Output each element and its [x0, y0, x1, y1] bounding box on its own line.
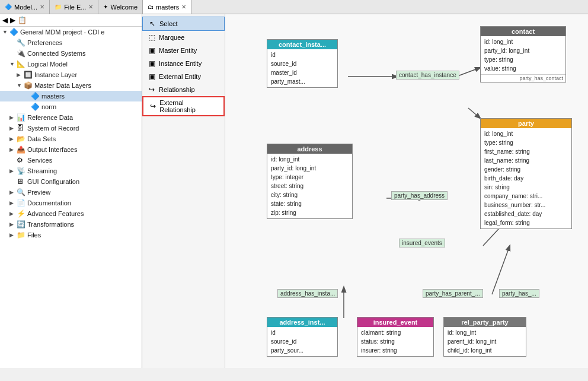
- tree-systemofrecord[interactable]: ▶ 🗄 System of Record: [0, 123, 142, 134]
- tree-files[interactable]: ▶ 📁 Files: [0, 230, 142, 240]
- tree-advanced[interactable]: ▶ ⚡ Advanced Features: [0, 208, 142, 219]
- field-p-type: type: string: [484, 138, 568, 147]
- tree-documentation[interactable]: ▶ 📄 Documentation: [0, 198, 142, 208]
- rel-party-has-2: party_has_...: [499, 289, 539, 298]
- tree-toolbar: ◀ ▶ 📋: [0, 14, 142, 27]
- tree-root-arrow: ▼: [2, 29, 9, 35]
- rel-party-has-parent: party_has_parent_...: [423, 289, 483, 298]
- tree-svc-icon: ⚙: [17, 156, 26, 164]
- tree-mdl-arrow: ▼: [17, 82, 24, 88]
- entity-address-inst-body: id source_id party_sour...: [267, 327, 337, 356]
- back-button[interactable]: ◀: [2, 16, 8, 24]
- tree-instancelayer[interactable]: ▶ 🔲 Instance Layer: [0, 69, 142, 80]
- tree-mdl-label: Master Data Layers: [34, 82, 91, 89]
- field-p-legal: legal_form: string: [484, 218, 568, 227]
- tool-marquee-label: Marquee: [159, 34, 184, 41]
- tree-prev-arrow: ▶: [9, 189, 17, 195]
- entity-insured-event-body: claimant: string status: string insurer:…: [357, 327, 433, 356]
- svg-line-1: [456, 68, 480, 77]
- tab-masters-close[interactable]: ✕: [181, 4, 186, 10]
- tree-transformations[interactable]: ▶ 🔄 Transformations: [0, 219, 142, 230]
- tool-externalentity[interactable]: ▣ External Entity: [142, 70, 225, 83]
- tree-stream-icon: 📡: [17, 167, 26, 175]
- masters-tab-icon: 🗂: [148, 4, 154, 10]
- tree-adv-icon: ⚡: [17, 209, 26, 218]
- tree-streaming[interactable]: ▶ 📡 Streaming: [0, 166, 142, 176]
- tree-masterdatalayers[interactable]: ▼ 📦 Master Data Layers: [0, 80, 142, 91]
- tool-masterentity-label: Master Entity: [159, 47, 197, 54]
- tree-masters[interactable]: 🔷 masters: [0, 91, 142, 101]
- field-a-id: id: long_int: [271, 155, 349, 164]
- tree-sor-arrow: ▶: [9, 125, 17, 131]
- marquee-icon: ⬚: [147, 33, 156, 42]
- field-a-party: party_id: long_int: [271, 164, 349, 173]
- tree-guiconfig[interactable]: 🖥 GUI Configuration: [0, 176, 142, 187]
- forward-button[interactable]: ▶: [10, 16, 15, 24]
- tree-logical[interactable]: ▼ 📐 Logical Model: [0, 59, 142, 69]
- field-c-type: type: string: [484, 55, 562, 64]
- field-a-zip: zip: string: [271, 208, 349, 217]
- entity-contact-insta[interactable]: contact_insta... id source_id master_id …: [267, 39, 338, 88]
- tab-masters[interactable]: 🗂 masters ✕: [143, 0, 191, 14]
- tool-masterentity[interactable]: ▣ Master Entity: [142, 44, 225, 57]
- tree-preferences[interactable]: 🔧 Preferences: [0, 37, 142, 48]
- tree-root-label: General MDM project - CDI e: [20, 28, 104, 36]
- tool-select[interactable]: ↖ Select: [142, 17, 225, 31]
- tool-instanceentity[interactable]: ▣ Instance Entity: [142, 57, 225, 70]
- tree-il-arrow: ▶: [17, 72, 24, 78]
- copy-button[interactable]: 📋: [18, 16, 27, 24]
- tree-norm[interactable]: 🔷 norm: [0, 101, 142, 112]
- tab-model-label: Model...: [14, 4, 37, 11]
- entity-contact-insta-body: id source_id master_id party_mast...: [267, 49, 337, 87]
- tree-outputinterfaces[interactable]: ▶ 📤 Output Interfaces: [0, 144, 142, 155]
- tree-gui-label: GUI Configuration: [27, 178, 79, 185]
- tree-sor-icon: 🗄: [17, 124, 26, 132]
- entity-party[interactable]: party id: long_int type: string first_na…: [480, 118, 572, 229]
- entity-insured-event[interactable]: insured_event claimant: string status: s…: [357, 317, 434, 357]
- masterentity-icon: ▣: [147, 46, 156, 55]
- tree-masters-icon: 🔷: [31, 92, 40, 100]
- tab-model-close[interactable]: ✕: [40, 4, 44, 10]
- tree-svc-label: Services: [27, 157, 52, 164]
- tree-rd-label: Reference Data: [27, 114, 73, 121]
- entity-address-inst[interactable]: address_inst... id source_id party_sour.…: [267, 317, 338, 357]
- canvas-area[interactable]: contact_insta... id source_id master_id …: [225, 14, 588, 368]
- tree-connected-icon: 🔌: [17, 49, 26, 58]
- tool-externalrelationship[interactable]: ↪ External Relationship: [142, 96, 225, 116]
- tab-fileexp[interactable]: 📁 File E... ✕: [50, 0, 98, 14]
- field-ci-party: party_mast...: [271, 77, 334, 86]
- tree-root-icon: 🔷: [9, 28, 19, 36]
- tree-oi-arrow: ▶: [9, 147, 17, 153]
- tree-connected[interactable]: 🔌 Connected Systems: [0, 48, 142, 59]
- entity-address-inst-header: address_inst...: [267, 318, 337, 327]
- tree-preview[interactable]: ▶ 🔍 Preview: [0, 187, 142, 198]
- tree-refdata[interactable]: ▶ 📊 Reference Data: [0, 112, 142, 123]
- tree-trans-arrow: ▶: [9, 221, 17, 227]
- tree-services[interactable]: ⚙ Services: [0, 155, 142, 166]
- tree-il-label: Instance Layer: [34, 71, 77, 78]
- main-layout: ◀ ▶ 📋 ▼ 🔷 General MDM project - CDI e 🔧 …: [0, 14, 588, 368]
- entity-address[interactable]: address id: long_int party_id: long_int …: [267, 144, 353, 219]
- tab-fileexp-close[interactable]: ✕: [88, 4, 93, 10]
- tab-welcome[interactable]: ✦ Welcome: [98, 0, 143, 14]
- tool-relationship[interactable]: ↪ Relationship: [142, 83, 225, 96]
- tree-logical-label: Logical Model: [27, 61, 68, 68]
- field-p-biz: business_number: str...: [484, 201, 568, 209]
- tab-fileexp-label: File E...: [64, 4, 86, 11]
- tree-root[interactable]: ▼ 🔷 General MDM project - CDI e: [0, 27, 142, 37]
- tree-datasets[interactable]: ▶ 📂 Data Sets: [0, 134, 142, 144]
- tool-marquee[interactable]: ⬚ Marquee: [142, 31, 225, 44]
- entity-rel-party-party[interactable]: rel_party_party id: long_int parent_id: …: [443, 317, 526, 357]
- tree-pref-icon: 🔧: [17, 39, 26, 47]
- field-rpp-parent: parent_id: long_int: [448, 337, 522, 346]
- entity-contact[interactable]: contact id: long_int party_id: long_int …: [480, 26, 566, 82]
- entity-contact-header: contact: [481, 27, 565, 36]
- tab-bar: 🔷 Model... ✕ 📁 File E... ✕ ✦ Welcome 🗂 m…: [0, 0, 588, 14]
- field-p-gender: gender: string: [484, 165, 568, 174]
- tab-model[interactable]: 🔷 Model... ✕: [0, 0, 50, 14]
- tree-preview-label: Preview: [27, 189, 50, 196]
- tree-rd-arrow: ▶: [9, 115, 17, 120]
- entity-address-header: address: [267, 144, 352, 154]
- field-ie-status: status: string: [361, 337, 430, 346]
- field-rpp-id: id: long_int: [448, 328, 522, 337]
